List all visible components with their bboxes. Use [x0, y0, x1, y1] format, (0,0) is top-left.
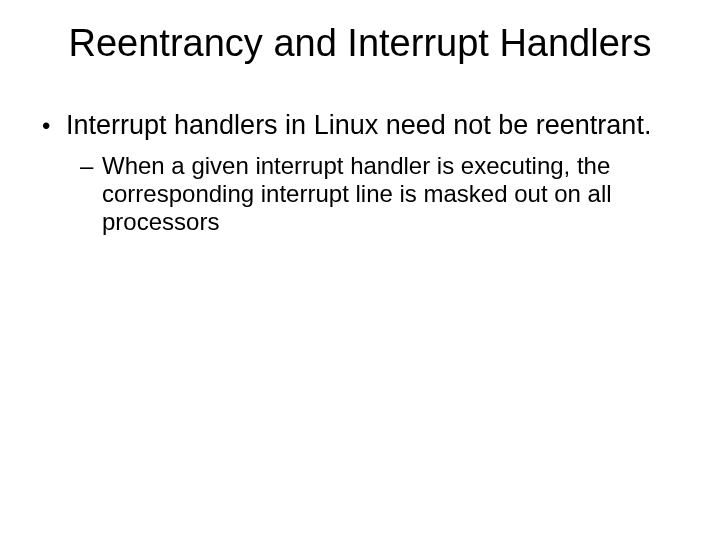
bullet-marker: •: [42, 110, 66, 142]
bullet-level-2: – When a given interrupt handler is exec…: [80, 152, 678, 237]
bullet-text: When a given interrupt handler is execut…: [102, 152, 678, 237]
bullet-marker: –: [80, 152, 102, 237]
slide: Reentrancy and Interrupt Handlers • Inte…: [0, 0, 720, 540]
bullet-text: Interrupt handlers in Linux need not be …: [66, 110, 651, 142]
slide-title: Reentrancy and Interrupt Handlers: [0, 22, 720, 65]
slide-body: • Interrupt handlers in Linux need not b…: [42, 110, 678, 237]
bullet-level-1: • Interrupt handlers in Linux need not b…: [42, 110, 678, 142]
